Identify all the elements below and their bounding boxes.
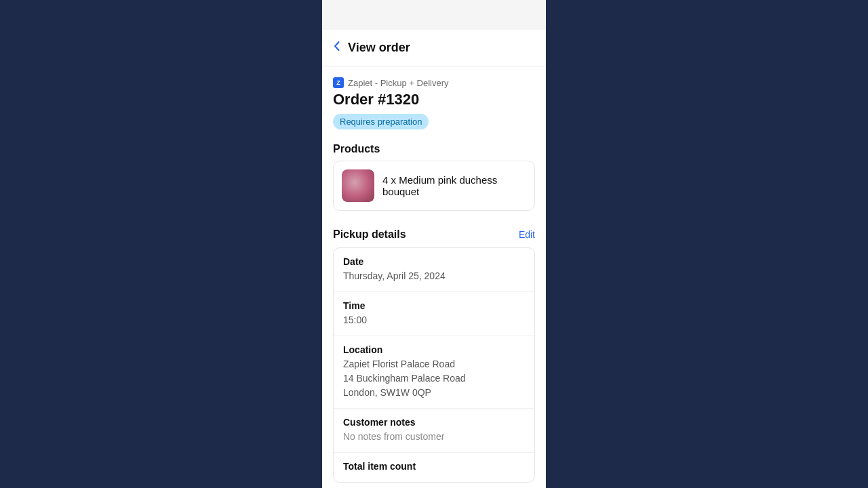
source-icon: Z	[333, 77, 344, 88]
product-image	[342, 169, 374, 202]
time-value: 15:00	[343, 313, 525, 327]
pickup-section-title: Pickup details	[333, 228, 406, 241]
location-label: Location	[343, 344, 525, 355]
customer-notes-row: Customer notes No notes from customer	[334, 409, 534, 453]
customer-notes-label: Customer notes	[343, 417, 525, 428]
total-item-count-label: Total item count	[343, 461, 525, 472]
date-value: Thursday, April 25, 2024	[343, 269, 525, 283]
time-row: Time 15:00	[334, 292, 534, 336]
products-section-title: Products	[322, 135, 546, 161]
edit-button[interactable]: Edit	[519, 229, 535, 240]
location-row: Location Zapiet Florist Palace Road 14 B…	[334, 336, 534, 409]
page-title: View order	[348, 41, 410, 55]
source-name: Zapiet - Pickup + Delivery	[348, 78, 448, 88]
status-bar	[322, 0, 546, 30]
back-arrow-icon	[330, 39, 344, 56]
customer-notes-value: No notes from customer	[343, 430, 525, 444]
phone-container: View order Z Zapiet - Pickup + Delivery …	[322, 0, 546, 488]
nav-header: View order	[322, 30, 546, 66]
date-row: Date Thursday, April 25, 2024	[334, 248, 534, 292]
time-label: Time	[343, 300, 525, 311]
back-button[interactable]: View order	[330, 39, 410, 56]
order-header: Z Zapiet - Pickup + Delivery Order #1320…	[322, 66, 546, 135]
product-card: 4 x Medium pink duchess bouquet	[333, 161, 535, 211]
source-label: Z Zapiet - Pickup + Delivery	[333, 77, 535, 88]
date-label: Date	[343, 256, 525, 267]
product-name: 4 x Medium pink duchess bouquet	[382, 174, 526, 197]
order-number: Order #1320	[333, 91, 535, 108]
pickup-detail-card: Date Thursday, April 25, 2024 Time 15:00…	[333, 247, 535, 483]
total-item-count-row: Total item count	[334, 453, 534, 482]
status-badge: Requires preparation	[333, 114, 429, 129]
product-image-visual	[342, 169, 374, 202]
main-content: Z Zapiet - Pickup + Delivery Order #1320…	[322, 66, 546, 488]
location-value: Zapiet Florist Palace Road 14 Buckingham…	[343, 357, 525, 400]
pickup-header: Pickup details Edit	[322, 219, 546, 247]
